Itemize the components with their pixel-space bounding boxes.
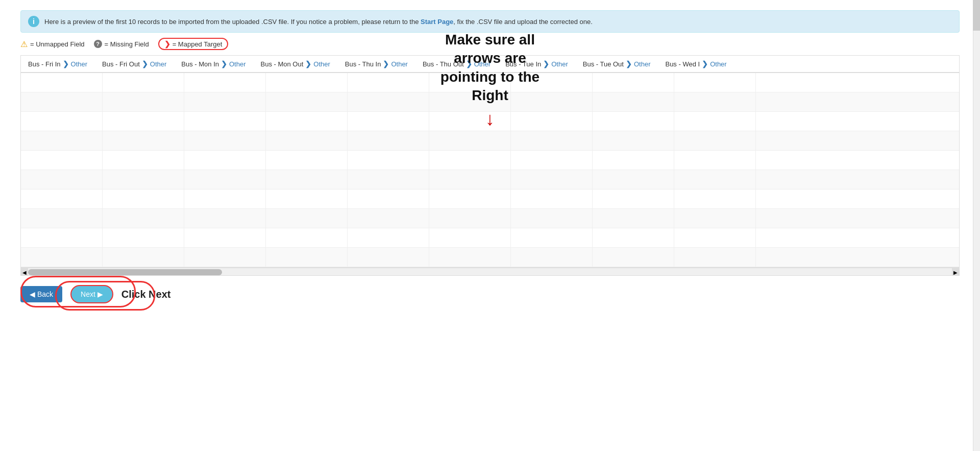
table-cell [21, 189, 103, 208]
table-cell [184, 228, 266, 247]
table-cell [348, 209, 429, 228]
table-cell [348, 248, 429, 267]
table-cell [266, 151, 348, 170]
table-cell [266, 73, 348, 92]
col-header-item: Bus - Tue Out❯Other [576, 60, 658, 68]
table-cell [103, 189, 184, 208]
table-cell [593, 209, 674, 228]
table-cell [266, 228, 348, 247]
legend-missing: ? = Missing Field [94, 40, 149, 48]
legend-mapped: ❯ = Mapped Target [158, 38, 229, 50]
table-row [21, 151, 960, 170]
vertical-scrollbar-thumb[interactable] [973, 0, 980, 31]
col-header-item: Bus - Fri Out❯Other [95, 60, 174, 68]
table-cell [184, 248, 266, 267]
table-cell [266, 170, 348, 189]
col-header-item: Bus - Wed I❯Other [658, 60, 734, 68]
table-cell [348, 73, 429, 92]
next-button-wrapper: Next ▶ [70, 285, 113, 303]
banner-text: Here is a preview of the first 10 record… [44, 18, 593, 26]
table-cell [103, 92, 184, 111]
table-cell [184, 73, 266, 92]
table-cell [103, 73, 184, 92]
table-cell [266, 92, 348, 111]
data-rows-container [21, 73, 959, 267]
scrollbar-right-arrow[interactable]: ▶ [952, 268, 959, 276]
click-next-label: Click Next [121, 289, 171, 300]
table-cell [511, 189, 593, 208]
start-page-link[interactable]: Start Page [421, 18, 453, 26]
table-row [21, 209, 960, 228]
next-button[interactable]: Next ▶ [70, 285, 113, 303]
table-cell [511, 228, 593, 247]
scrollbar-thumb[interactable] [28, 269, 222, 275]
mapped-target-badge: ❯ = Mapped Target [158, 38, 229, 50]
horizontal-scrollbar[interactable]: ◀ ▶ [20, 268, 960, 276]
table-cell [511, 209, 593, 228]
table-scroll-container[interactable]: Bus - Fri In❯OtherBus - Fri Out❯OtherBus… [20, 55, 960, 268]
table-cell [184, 131, 266, 150]
table-cell [429, 112, 511, 131]
info-banner: i Here is a preview of the first 10 reco… [20, 10, 960, 33]
table-cell [593, 131, 674, 150]
col-header-item: Bus - Mon In❯Other [174, 60, 253, 68]
table-cell [348, 92, 429, 111]
table-cell [21, 73, 103, 92]
table-cell [593, 170, 674, 189]
table-cell [21, 209, 103, 228]
table-cell [184, 170, 266, 189]
table-row [21, 131, 960, 151]
table-cell [674, 92, 756, 111]
table-cell [593, 92, 674, 111]
page-wrapper: i Here is a preview of the first 10 reco… [0, 0, 980, 451]
table-cell [103, 112, 184, 131]
table-row [21, 92, 960, 112]
table-cell [348, 228, 429, 247]
table-cell [593, 73, 674, 92]
table-cell [511, 73, 593, 92]
table-cell [674, 170, 756, 189]
table-cell [266, 189, 348, 208]
col-header-item: Bus - Tue In❯Other [498, 60, 576, 68]
vertical-scrollbar[interactable] [973, 0, 980, 451]
table-cell [348, 151, 429, 170]
table-cell [511, 131, 593, 150]
table-cell [21, 131, 103, 150]
table-cell [511, 92, 593, 111]
table-cell [429, 151, 511, 170]
table-cell [429, 170, 511, 189]
col-header-item: Bus - Fri In❯Other [21, 60, 95, 68]
col-header-item: Bus - Thu Out❯Other [415, 60, 498, 68]
question-icon: ? [94, 40, 102, 48]
table-cell [429, 248, 511, 267]
table-cell [511, 170, 593, 189]
table-cell [266, 209, 348, 228]
table-cell [103, 209, 184, 228]
table-cell [511, 248, 593, 267]
table-cell [348, 131, 429, 150]
table-cell [103, 131, 184, 150]
table-cell [348, 112, 429, 131]
table-cell [266, 112, 348, 131]
table-cell [21, 248, 103, 267]
table-cell [21, 170, 103, 189]
col-header-item: Bus - Mon Out❯Other [254, 60, 338, 68]
col-header-item: Bus - Thu In❯Other [338, 60, 415, 68]
table-cell [103, 228, 184, 247]
table-cell [429, 228, 511, 247]
table-cell [511, 151, 593, 170]
scrollbar-left-arrow[interactable]: ◀ [21, 268, 28, 276]
table-cell [21, 228, 103, 247]
table-cell [429, 73, 511, 92]
table-cell [103, 170, 184, 189]
table-cell [348, 189, 429, 208]
info-icon: i [28, 16, 39, 27]
back-button[interactable]: ◀ Back [20, 286, 62, 302]
columns-header: Bus - Fri In❯OtherBus - Fri Out❯OtherBus… [21, 56, 960, 73]
table-cell [674, 248, 756, 267]
table-cell [21, 92, 103, 111]
table-cell [593, 248, 674, 267]
mapped-arrow-icon: ❯ [164, 40, 170, 48]
table-cell [593, 151, 674, 170]
table-cell [429, 92, 511, 111]
